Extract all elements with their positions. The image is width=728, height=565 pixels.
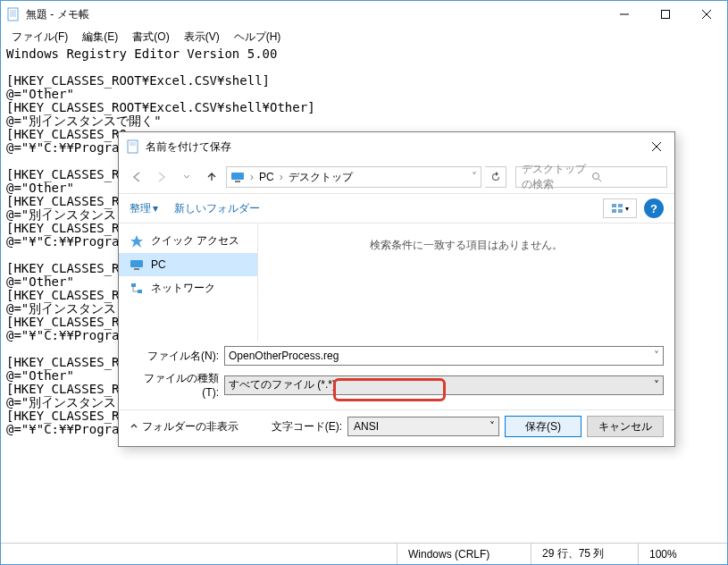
svg-rect-25: [131, 283, 136, 287]
star-icon: [130, 234, 144, 249]
chevron-down-icon[interactable]: ˅: [654, 350, 659, 362]
menu-edit[interactable]: 編集(E): [75, 28, 125, 46]
chevron-down-icon[interactable]: [176, 166, 197, 188]
menu-file[interactable]: ファイル(F): [4, 28, 75, 46]
status-pos: 29 行、75 列: [531, 544, 638, 564]
encoding-combo[interactable]: ANSI˅: [347, 417, 499, 436]
svg-point-16: [593, 173, 599, 180]
sidebar-item-network[interactable]: ネットワーク: [119, 276, 257, 300]
file-list-area[interactable]: 検索条件に一致する項目はありません。: [258, 223, 674, 341]
window-title: 無題 - メモ帳: [26, 7, 604, 22]
search-icon: [591, 172, 661, 182]
chevron-down-icon[interactable]: ˅: [472, 171, 477, 183]
filetype-combo[interactable]: すべてのファイル (*.*)˅: [224, 375, 664, 395]
svg-rect-24: [134, 268, 139, 270]
svg-rect-15: [235, 181, 240, 182]
minimize-button[interactable]: [604, 1, 645, 28]
svg-rect-6: [662, 11, 670, 19]
menu-help[interactable]: ヘルプ(H): [227, 28, 289, 46]
nav-forward-button[interactable]: [151, 166, 172, 188]
svg-rect-21: [618, 209, 623, 213]
sidebar-item-quick-access[interactable]: クイック アクセス: [119, 229, 257, 253]
pc-icon: [230, 170, 245, 184]
save-button[interactable]: 保存(S): [505, 416, 582, 437]
menubar: ファイル(F) 編集(E) 書式(O) 表示(V) ヘルプ(H): [1, 28, 727, 46]
breadcrumb-pc[interactable]: PC: [259, 171, 274, 183]
status-eol: Windows (CRLF): [397, 544, 531, 564]
svg-marker-22: [130, 235, 143, 248]
chevron-down-icon: ▾: [153, 202, 158, 215]
dialog-close-button[interactable]: [639, 134, 674, 159]
cancel-button[interactable]: キャンセル: [587, 416, 664, 437]
empty-message: 検索条件に一致する項目はありません。: [370, 238, 563, 253]
menu-format[interactable]: 書式(O): [125, 28, 176, 46]
organize-button[interactable]: 整理▾: [130, 201, 158, 216]
view-options-button[interactable]: ▾: [603, 198, 637, 218]
chevron-down-icon: ˅: [654, 379, 659, 392]
address-bar[interactable]: › PC › デスクトップ ˅: [226, 166, 481, 188]
new-folder-button[interactable]: 新しいフォルダー: [174, 201, 260, 216]
help-button[interactable]: ?: [644, 198, 664, 218]
sidebar-item-pc[interactable]: PC: [119, 253, 257, 276]
chevron-right-icon: ›: [280, 171, 283, 183]
svg-rect-19: [618, 204, 623, 207]
menu-view[interactable]: 表示(V): [177, 28, 227, 46]
dialog-title: 名前を付けて保存: [146, 139, 639, 155]
svg-rect-18: [612, 204, 616, 207]
filename-input[interactable]: OpenOtherProcess.reg˅: [224, 346, 664, 366]
nav-up-button[interactable]: [201, 166, 222, 188]
chevron-down-icon: ˅: [490, 420, 495, 433]
filename-label: ファイル名(N):: [130, 349, 219, 364]
status-zoom: 100%: [638, 544, 727, 564]
svg-rect-23: [130, 260, 143, 267]
hide-folders-button[interactable]: フォルダーの非表示: [130, 419, 238, 434]
svg-rect-20: [612, 209, 616, 213]
encoding-label: 文字コード(E):: [272, 419, 342, 434]
search-placeholder: デスクトップの検索: [522, 162, 591, 192]
svg-line-17: [598, 179, 601, 181]
save-dialog: 名前を付けて保存 › PC › デスクトップ ˅ デスクトップの検索 整理▾ 新…: [118, 131, 675, 447]
maximize-button[interactable]: [645, 1, 686, 28]
pc-icon: [130, 257, 144, 272]
svg-rect-9: [128, 140, 138, 153]
svg-rect-14: [231, 173, 244, 180]
search-input[interactable]: デスクトップの検索: [515, 166, 667, 188]
refresh-button[interactable]: [485, 166, 506, 188]
svg-rect-26: [138, 290, 142, 293]
nav-back-button[interactable]: [126, 166, 147, 188]
notepad-icon: [6, 7, 21, 21]
close-button[interactable]: [686, 1, 727, 28]
notepad-icon: [126, 139, 140, 154]
filetype-label: ファイルの種類(T):: [130, 371, 219, 399]
breadcrumb-folder[interactable]: デスクトップ: [289, 170, 353, 185]
network-icon: [130, 282, 144, 296]
sidebar: クイック アクセス PC ネットワーク: [119, 223, 258, 341]
chevron-down-icon: [130, 422, 138, 431]
statusbar: Windows (CRLF) 29 行、75 列 100%: [1, 543, 727, 564]
chevron-right-icon: ›: [250, 171, 254, 183]
